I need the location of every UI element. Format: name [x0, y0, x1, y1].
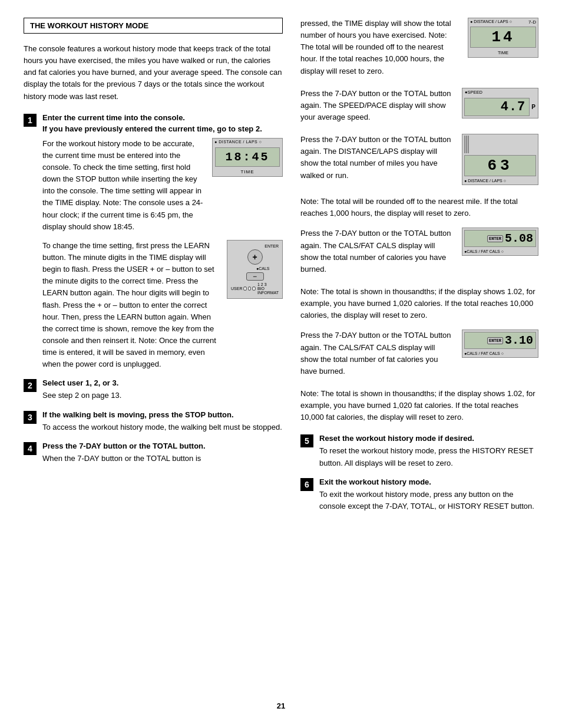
dist-lines-decoration: [464, 136, 536, 153]
step-2-title: Select user 1, 2, or 3.: [42, 378, 283, 387]
step-1-body1-block: For the workout history mode to be accur…: [42, 138, 283, 233]
step-3-body: To access the workout history mode, the …: [42, 421, 283, 433]
time-14-block: pressed, the TIME display will show the …: [300, 18, 538, 77]
step-5-content: Reset the workout history mode if desire…: [319, 434, 538, 469]
user-row: USER 1 2 3BIO INFORMAT: [231, 282, 279, 295]
step-1-body1: For the workout history mode to be accur…: [42, 139, 203, 231]
dist-display-main: 63 ● DISTANCE / LAPS ○: [462, 155, 538, 185]
step-1-title: Enter the current time into the console.: [42, 113, 283, 122]
fatcals-note: Note: The total is shown in thousandths;…: [300, 389, 535, 421]
user-dot-2: [248, 286, 252, 291]
step-2-content: Select user 1, 2, or 3. See step 2 on pa…: [42, 378, 283, 401]
step-1-number: 1: [24, 114, 37, 127]
step-2-body: See step 2 on page 13.: [42, 390, 283, 401]
speed-display-label: ●SPEED: [465, 90, 482, 95]
plus-button[interactable]: +: [247, 249, 263, 265]
distance-display: 63 ● DISTANCE / LAPS ○: [462, 134, 538, 185]
step-6-block: 6 Exit the workout history mode. To exit…: [300, 477, 538, 512]
distance-text: Press the 7-DAY button or the TOTAL butt…: [300, 134, 451, 182]
step-3-title: If the walking belt is moving, press the…: [42, 410, 283, 419]
dist-note: Note: The total will be rounded off to t…: [300, 197, 518, 218]
time-display-1845: ● DISTANCE / LAPS ○ 18:45 TIME: [212, 138, 283, 177]
step-4-title: Press the 7-DAY button or the TOTAL butt…: [42, 442, 283, 450]
console-enter-label: ENTER: [231, 244, 279, 248]
fatcals-display-label: ●CALS / FAT CALS ○: [462, 351, 538, 357]
cals-value: 5.08: [505, 232, 533, 245]
cals-body: Press the 7-DAY button or the TOTAL butt…: [300, 229, 451, 273]
console-buttons: + ●CALS −: [231, 249, 279, 281]
fatcals-note-block: Note: The total is shown in thousandths;…: [300, 388, 538, 423]
speed-display: ●SPEED 4.7 P: [462, 88, 538, 118]
cals-text: Press the 7-DAY button or the TOTAL butt…: [300, 228, 451, 275]
step-1-sub: If you have previously entered the curre…: [42, 124, 283, 133]
speed-display-value: 4.7: [464, 98, 530, 116]
dist-display-bottom-label: ● DISTANCE / LAPS ○: [462, 178, 538, 185]
fatcals-display: ENTER 3.10 ●CALS / FAT CALS ○: [462, 330, 538, 358]
step-6-content: Exit the workout history mode. To exit t…: [319, 477, 538, 512]
console-panel-illustration: ENTER + ●CALS −: [227, 240, 283, 299]
speed-unit: P: [531, 104, 538, 110]
step-5-block: 5 Reset the workout history mode if desi…: [300, 434, 538, 469]
step-5-body: To reset the workout history mode, press…: [319, 445, 538, 469]
fatcals-text: Press the 7-DAY button or the TOTAL butt…: [300, 330, 451, 377]
continuation-text: pressed, the TIME display will show the …: [300, 18, 457, 77]
step-2-number: 2: [24, 379, 37, 392]
step-5-title: Reset the workout history mode if desire…: [319, 434, 538, 443]
cals-label-console: ●CALS: [252, 266, 270, 271]
section-title-box: THE WORKOUT HISTORY MODE: [24, 18, 283, 34]
step-1-body1-text: For the workout history mode to be accur…: [42, 138, 204, 233]
step-6-body: To exit the workout history mode, press …: [319, 489, 538, 512]
step-1-body2-text: To change the time setting, first press …: [42, 240, 219, 371]
step-3-block: 3 If the walking belt is moving, press t…: [24, 410, 283, 433]
display-top-label-1: ● DISTANCE / LAPS ○: [213, 139, 282, 145]
step-5-number: 5: [300, 434, 313, 447]
vert-line-1: [464, 136, 465, 153]
page-number: 21: [24, 696, 538, 710]
enter-btn-fatcals: ENTER: [487, 337, 503, 344]
fatcals-value: 3.10: [505, 334, 533, 347]
cals-note: Note: The total is shown in thousandths;…: [300, 287, 535, 319]
minus-button[interactable]: −: [246, 272, 264, 281]
display-14-value: 14: [470, 27, 536, 48]
display-value-1845: 18:45: [215, 147, 280, 167]
cals-row: ●CALS: [240, 266, 270, 271]
page: THE WORKOUT HISTORY MODE The console fea…: [0, 0, 562, 728]
step-4-block: 4 Press the 7-DAY button or the TOTAL bu…: [24, 442, 283, 465]
right-column: pressed, the TIME display will show the …: [300, 18, 538, 696]
vert-line-3: [468, 136, 469, 153]
enter-btn-cals: ENTER: [487, 235, 503, 242]
speed-display-top: ●SPEED: [462, 88, 538, 96]
step-2-block: 2 Select user 1, 2, or 3. See step 2 on …: [24, 378, 283, 401]
step-4-body: When the 7-DAY button or the TOTAL butto…: [42, 453, 283, 465]
cals-note-block: Note: The total is shown in thousandths;…: [300, 286, 538, 321]
dist-display-top: [462, 134, 538, 153]
bio-format-label: 1 2 3BIO INFORMAT: [257, 282, 279, 295]
user-dot-3: [252, 286, 256, 291]
step-6-number: 6: [300, 478, 313, 491]
step-1-body2: To change the time setting, first press …: [42, 241, 216, 368]
cals-display-inner: ENTER 5.08: [464, 230, 536, 247]
step-6-title: Exit the workout history mode.: [319, 477, 538, 486]
speed-body: Press the 7-DAY button or the TOTAL butt…: [300, 89, 451, 121]
step-1-content: Enter the current time into the console.…: [42, 113, 283, 371]
display-14-top-label: ● DISTANCE / LAPS ○: [470, 19, 512, 25]
continuation: pressed, the TIME display will show the …: [300, 19, 451, 75]
step-4-content: Press the 7-DAY button or the TOTAL butt…: [42, 442, 283, 465]
dist-note-text: Note: The total will be rounded off to t…: [300, 196, 538, 219]
cals-display-508: ENTER 5.08 ●CALS / FAT CALS ○: [462, 228, 538, 256]
step-3-content: If the walking belt is moving, press the…: [42, 410, 283, 433]
step-3-number: 3: [24, 411, 37, 424]
display-label-time: TIME: [213, 169, 282, 176]
distance-block: Press the 7-DAY button or the TOTAL butt…: [300, 134, 538, 185]
step-1-body2-with-image: To change the time setting, first press …: [42, 240, 283, 371]
left-column: THE WORKOUT HISTORY MODE The console fea…: [24, 18, 283, 696]
section-title: THE WORKOUT HISTORY MODE: [30, 21, 148, 30]
distance-body: Press the 7-DAY button or the TOTAL butt…: [300, 135, 451, 179]
step-1-body2-block: To change the time setting, first press …: [42, 240, 283, 371]
display-14-top: ● DISTANCE / LAPS ○ 7-D: [468, 18, 538, 25]
vert-line-2: [466, 136, 467, 153]
speed-text: Press the 7-DAY button or the TOTAL butt…: [300, 88, 451, 123]
cals-display-label: ●CALS / FAT CALS ○: [462, 249, 538, 255]
intro-text: The console features a workout history m…: [24, 43, 283, 103]
display-14-label: TIME: [468, 50, 538, 57]
